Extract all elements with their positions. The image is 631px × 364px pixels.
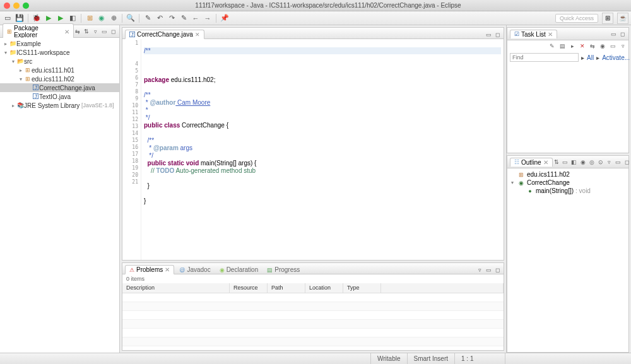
col-type[interactable]: Type [343, 283, 381, 293]
maximize-view-icon[interactable]: ◻ [493, 266, 501, 274]
tree-file-correctchange[interactable]: 🄹CorrectChange.java [0, 83, 119, 92]
sort-icon[interactable]: ⇅ [553, 158, 560, 166]
task-all-link[interactable]: All [587, 54, 594, 61]
package-explorer-tab[interactable]: ⊞ Package Explorer ✕ [3, 23, 74, 39]
focus-icon[interactable]: ⊙ [597, 158, 604, 166]
new-task-icon[interactable]: ✎ [548, 42, 557, 50]
java-perspective-icon[interactable]: ☕ [617, 13, 628, 24]
window-titlebar: 111f17workspace - Java - ICS111-workspac… [0, 0, 631, 11]
view-menu-icon[interactable]: ▿ [91, 28, 99, 35]
run-icon[interactable]: ▶ [44, 13, 54, 23]
focus-icon[interactable]: ◉ [598, 42, 607, 50]
annotation-prev-icon[interactable]: ↶ [155, 13, 165, 23]
new-package-icon[interactable]: ⊞ [85, 13, 95, 23]
tree-package-h02[interactable]: ▾⊞edu.ics111.h02 [0, 74, 119, 83]
minimize-view-icon[interactable]: ▭ [100, 28, 108, 35]
annotation-next-icon[interactable]: ↷ [167, 13, 177, 23]
package-explorer-tree[interactable]: ▸📁Example ▾📁ICS111-workspace ▾📂src ▸⊞edu… [0, 38, 119, 353]
outline-method-main[interactable]: ●main(String[]) : void [509, 187, 627, 195]
close-tab-icon[interactable]: ✕ [543, 159, 548, 166]
last-edit-icon[interactable]: ✎ [179, 13, 189, 23]
col-path[interactable]: Path [268, 283, 305, 293]
col-resource[interactable]: Resource [230, 283, 268, 293]
hide-fields-icon[interactable]: ▭ [562, 158, 569, 166]
close-tab-icon[interactable]: ✕ [165, 266, 170, 273]
code-line: * @param args [144, 144, 192, 151]
code-area[interactable]: /** package edu.ics111.h02; /** * @autho… [141, 39, 504, 260]
col-spacer [381, 283, 504, 293]
close-tab-icon[interactable]: ✕ [548, 31, 553, 38]
code-text: * [144, 107, 148, 114]
view-menu-icon[interactable]: ▿ [476, 266, 483, 274]
new-class-icon[interactable]: ◉ [97, 13, 107, 23]
tab-problems[interactable]: ⚠Problems✕ [125, 265, 174, 274]
task-find-input[interactable] [510, 53, 579, 62]
code-text: CorrectChange { [180, 122, 228, 129]
maximize-view-icon[interactable]: ◻ [618, 30, 626, 38]
tab-javadoc[interactable]: @Javadoc [175, 266, 214, 274]
tree-project-example[interactable]: ▸📁Example [0, 39, 119, 48]
tab-progress[interactable]: ▤Progress [263, 266, 304, 274]
editor-body[interactable]: 1456789101112131415161718192021 /** pack… [122, 39, 504, 260]
minimize-view-icon[interactable]: ▭ [610, 30, 617, 38]
back-icon[interactable]: ← [191, 13, 201, 23]
collapse-icon[interactable]: ⇆ [588, 42, 597, 50]
quick-access-input[interactable]: Quick Access [555, 14, 598, 23]
coverage-icon[interactable]: ◧ [68, 13, 78, 23]
collapse-all-icon[interactable]: ⇆ [74, 28, 81, 35]
tree-project-workspace[interactable]: ▾📁ICS111-workspace [0, 48, 119, 57]
tree-file-textio[interactable]: 🄹TextIO.java [0, 92, 119, 101]
synchronize-icon[interactable]: ✕ [578, 42, 587, 50]
outline-class[interactable]: ▾◉CorrectChange [509, 179, 627, 187]
tree-src-folder[interactable]: ▾📂src [0, 57, 119, 66]
maximize-view-icon[interactable]: ◻ [109, 28, 117, 35]
outline-package[interactable]: ⊞edu.ics111.h02 [509, 170, 627, 179]
col-description[interactable]: Description [122, 283, 230, 293]
tab-label: Declaration [227, 266, 259, 273]
run-last-icon[interactable]: ▶ [56, 13, 66, 23]
outline-tree[interactable]: ⊞edu.ics111.h02 ▾◉CorrectChange ●main(St… [507, 168, 628, 352]
save-icon[interactable]: 💾 [15, 13, 25, 23]
method-icon: ● [526, 188, 534, 194]
forward-icon[interactable]: → [203, 13, 213, 23]
hide-nonpublic-icon[interactable]: ◉ [579, 158, 587, 166]
hide-local-icon[interactable]: ◎ [588, 158, 596, 166]
schedule-icon[interactable]: ▸ [568, 42, 577, 50]
maximize-view-icon[interactable]: ◻ [623, 158, 631, 166]
col-location[interactable]: Location [305, 283, 343, 293]
view-menu-icon[interactable]: ▿ [606, 158, 613, 166]
close-tab-icon[interactable]: ✕ [64, 28, 69, 35]
pin-icon[interactable]: 📌 [220, 13, 230, 23]
minimize-view-icon[interactable]: ▭ [615, 158, 622, 166]
new-icon[interactable]: ▭ [3, 13, 13, 23]
search-icon[interactable]: 🔍 [126, 13, 136, 23]
debug-icon[interactable]: 🐞 [32, 13, 42, 23]
toggle-mark-icon[interactable]: ✎ [143, 13, 153, 23]
close-window-icon[interactable] [4, 3, 10, 9]
tab-declaration[interactable]: ◉Declaration [216, 266, 262, 274]
maximize-window-icon[interactable] [23, 3, 29, 9]
maximize-editor-icon[interactable]: ◻ [493, 31, 501, 38]
outline-tab[interactable]: ☷ Outline ✕ [510, 158, 553, 167]
open-perspective-icon[interactable]: ⊞ [602, 13, 613, 24]
view-menu-icon[interactable]: ▿ [618, 42, 627, 50]
tree-label: TextIO.java [39, 93, 71, 100]
task-activate-link[interactable]: Activate... [602, 54, 630, 61]
minimize-view-icon[interactable]: ▭ [485, 266, 492, 274]
link-editor-icon[interactable]: ⇅ [83, 28, 90, 35]
separator [28, 14, 28, 23]
open-type-icon[interactable]: ⊕ [109, 13, 119, 23]
task-list-tab[interactable]: ☑ Task List ✕ [510, 30, 557, 38]
minimize-editor-icon[interactable]: ▭ [485, 31, 492, 38]
tree-package-h01[interactable]: ▸⊞edu.ics111.h01 [0, 66, 119, 74]
hide-static-icon[interactable]: ◧ [570, 158, 578, 166]
minimize-window-icon[interactable] [13, 3, 20, 9]
close-tab-icon[interactable]: ✕ [195, 32, 200, 38]
hide-icon[interactable]: ▭ [608, 42, 617, 50]
problems-table[interactable]: Description Resource Path Location Type [122, 283, 504, 350]
tree-jre-library[interactable]: ▸📚JRE System Library [JavaSE-1.8] [0, 101, 119, 110]
task-list-body[interactable] [507, 63, 628, 153]
editor-tab-correctchange[interactable]: 🄹 CorrectChange.java ✕ [125, 30, 204, 39]
separator [81, 14, 81, 23]
categorize-icon[interactable]: ▤ [558, 42, 567, 50]
